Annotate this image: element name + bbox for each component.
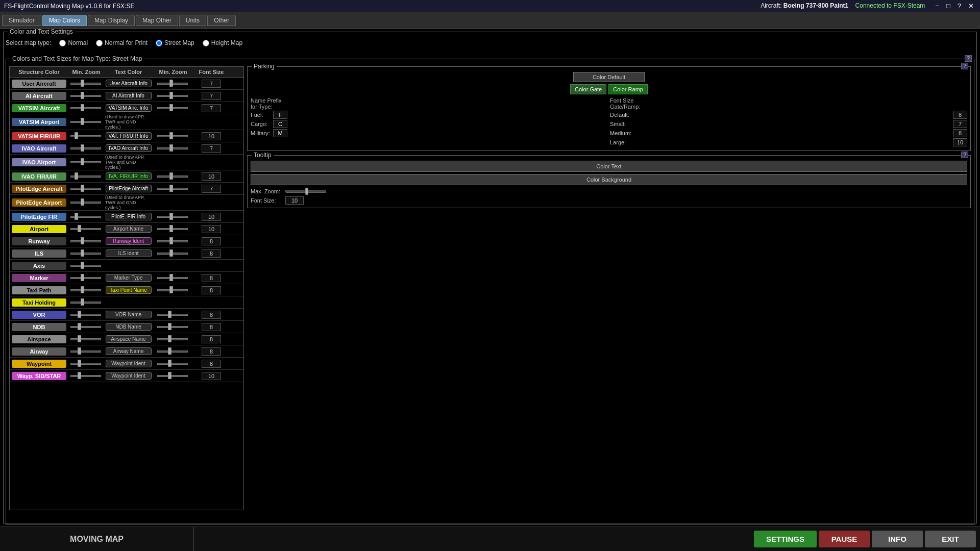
- zoom-slider[interactable]: [68, 310, 104, 320]
- text-btn-waypoint-ident[interactable]: Waypoint Ident: [106, 360, 152, 367]
- struct-btn-taxi-path[interactable]: Taxi Path: [12, 286, 66, 294]
- tab-simulator[interactable]: Simulator: [2, 15, 41, 26]
- text-btn-pilotedge-aircraft[interactable]: PilotEdge Aircraft: [106, 185, 152, 192]
- zoom-slider[interactable]: [68, 371, 104, 381]
- zoom-slider[interactable]: [68, 131, 104, 141]
- maximize-btn[interactable]: □: [944, 2, 952, 10]
- struct-btn-wayp-sidstar[interactable]: Wayp. SID/STAR: [12, 372, 66, 380]
- help-btn[interactable]: ?: [955, 2, 963, 10]
- font-input[interactable]: [202, 104, 221, 112]
- font-input[interactable]: [202, 185, 221, 193]
- zoom-slider2[interactable]: [155, 79, 191, 89]
- pause-button[interactable]: PAUSE: [819, 531, 870, 547]
- zoom-slider2[interactable]: [155, 322, 191, 332]
- minimize-btn[interactable]: −: [933, 2, 941, 10]
- zoom-slider[interactable]: [68, 297, 104, 308]
- struct-btn-airspace[interactable]: Airspace: [12, 335, 66, 343]
- font-input[interactable]: [202, 132, 221, 140]
- font-large-input[interactable]: [953, 138, 967, 146]
- zoom-slider[interactable]: [68, 334, 104, 344]
- font-medium-input[interactable]: [953, 129, 967, 137]
- radio-normal[interactable]: Normal: [59, 39, 88, 46]
- struct-btn-pilotedge-airport[interactable]: PilotEdge Airport: [12, 198, 66, 207]
- font-input[interactable]: [202, 249, 221, 258]
- struct-btn-ai-aircraft[interactable]: AI Aircraft: [12, 92, 66, 100]
- tab-map-colors[interactable]: Map Colors: [42, 15, 87, 26]
- font-small-input[interactable]: [953, 120, 967, 128]
- font-default-input[interactable]: [953, 111, 967, 119]
- text-btn-ivao-aircraft-info[interactable]: IVAO Aircraft Info: [106, 144, 152, 152]
- zoom-slider[interactable]: [68, 322, 104, 332]
- text-btn-ils-ident[interactable]: ILS Ident: [106, 249, 152, 257]
- struct-btn-vatsim-aircraft[interactable]: VATSIM Aircraft: [12, 104, 66, 112]
- zoom-slider2[interactable]: [155, 346, 191, 357]
- zoom-slider[interactable]: [68, 346, 104, 357]
- text-btn-airport-name[interactable]: Airport Name: [106, 225, 152, 233]
- struct-btn-marker[interactable]: Marker: [12, 274, 66, 282]
- font-input[interactable]: [202, 144, 221, 153]
- prefix-fuel-input[interactable]: [273, 111, 287, 119]
- text-btn-pilotedge-fir-info[interactable]: PilotE. FIR Info: [106, 213, 152, 220]
- zoom-slider2[interactable]: [155, 103, 191, 113]
- zoom-slider[interactable]: [68, 103, 104, 113]
- font-input[interactable]: [202, 92, 221, 100]
- zoom-slider[interactable]: [68, 117, 104, 127]
- struct-btn-vor[interactable]: VOR: [12, 311, 66, 319]
- zoom-slider[interactable]: [68, 143, 104, 154]
- zoom-slider[interactable]: [68, 184, 104, 194]
- zoom-slider2[interactable]: [155, 285, 191, 295]
- struct-btn-ivao-airport[interactable]: IVAO Airport: [12, 158, 66, 166]
- zoom-slider2[interactable]: [155, 91, 191, 101]
- radio-height-map[interactable]: Height Map: [203, 39, 242, 46]
- struct-btn-waypoint[interactable]: Waypoint: [12, 360, 66, 368]
- font-input[interactable]: [202, 323, 221, 331]
- struct-btn-airway[interactable]: Airway: [12, 347, 66, 356]
- struct-btn-ivao-fir[interactable]: IVAO FIR/UIR: [12, 172, 66, 181]
- struct-btn-ndb[interactable]: NDB: [12, 323, 66, 331]
- struct-btn-pilotedge-fir[interactable]: PilotEdge FIR: [12, 213, 66, 221]
- color-ramp-btn[interactable]: Color Ramp: [608, 84, 648, 94]
- tab-other[interactable]: Other: [207, 15, 236, 26]
- text-btn-runway-ident[interactable]: Runway Ident: [106, 237, 152, 245]
- text-btn-user-aircraft-info[interactable]: User Aircraft Info: [106, 80, 152, 87]
- zoom-slider2[interactable]: [155, 184, 191, 194]
- zoom-slider[interactable]: [68, 273, 104, 283]
- tab-map-other[interactable]: Map Other: [136, 15, 178, 26]
- text-btn-vatsim-airc-info[interactable]: VATSIM Airc. Info: [106, 104, 152, 112]
- zoom-slider2[interactable]: [155, 273, 191, 283]
- zoom-slider2[interactable]: [155, 359, 191, 369]
- text-btn-airway-name[interactable]: Airway Name: [106, 347, 152, 355]
- zoom-slider2[interactable]: [155, 143, 191, 154]
- zoom-slider2[interactable]: [155, 171, 191, 182]
- struct-btn-taxi-holding[interactable]: Taxi Holding: [12, 298, 66, 307]
- exit-button[interactable]: EXIT: [925, 531, 976, 547]
- text-btn-ai-aircraft-info[interactable]: AI Aircraft Info: [106, 92, 152, 99]
- info-button[interactable]: INFO: [872, 531, 923, 547]
- color-gate-btn[interactable]: Color Gate: [570, 84, 606, 94]
- font-input[interactable]: [202, 237, 221, 245]
- zoom-slider[interactable]: [68, 248, 104, 259]
- zoom-slider[interactable]: [68, 359, 104, 369]
- text-btn-marker-type[interactable]: Marker Type: [106, 274, 152, 282]
- struct-btn-axis[interactable]: Axis: [12, 262, 66, 270]
- color-default-btn[interactable]: Color Default: [573, 72, 645, 82]
- font-input[interactable]: [202, 274, 221, 282]
- window-controls[interactable]: − □ ? ✕: [933, 2, 976, 10]
- text-btn-vor-name[interactable]: VOR Name: [106, 311, 152, 318]
- font-input[interactable]: [202, 311, 221, 319]
- settings-button[interactable]: SETTINGS: [754, 531, 817, 547]
- zoom-slider[interactable]: [68, 236, 104, 246]
- zoom-slider[interactable]: [68, 79, 104, 89]
- struct-btn-vatsim-airport[interactable]: VATSIM Airport: [12, 118, 66, 126]
- radio-normal-print[interactable]: Normal for Print: [96, 39, 148, 46]
- zoom-slider2[interactable]: [155, 131, 191, 141]
- radio-street-map[interactable]: Street Map: [156, 39, 194, 46]
- prefix-cargo-input[interactable]: [273, 120, 287, 128]
- zoom-slider2[interactable]: [155, 224, 191, 234]
- text-btn-taxi-point-name[interactable]: Taxi Point Name: [106, 286, 152, 294]
- tooltip-color-bg-btn[interactable]: Color Background: [251, 174, 967, 185]
- zoom-slider[interactable]: [68, 171, 104, 182]
- font-input[interactable]: [202, 213, 221, 221]
- text-btn-ivao-fir-info[interactable]: IVA. FIR/UIR Info: [106, 172, 152, 180]
- zoom-slider2[interactable]: [155, 236, 191, 246]
